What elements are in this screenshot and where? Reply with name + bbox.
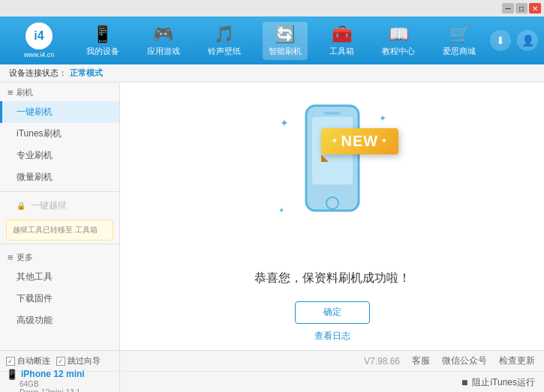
nav-item-app-game[interactable]: 🎮 应用游戏 [141,22,186,60]
ribbon-tail [321,154,329,162]
status-bar: 设备连接状态： 正常模式 [0,64,544,82]
new-badge: ✦ NEW ✦ [321,128,399,154]
shop-icon: 🛒 [449,25,470,44]
phone-svg [265,91,400,256]
sidebar-item-micro-flash[interactable]: 微量刷机 [0,166,119,188]
jailbreak-section-title: 🔒 一键越狱 [0,195,119,217]
bottom-section: ✓ 自动断连 ✓ 跳过向导 V7.98.66 客服 微信公众号 检查更新 [0,350,544,392]
sidebar-item-other-tools[interactable]: 其他工具 [0,266,119,288]
app-game-icon: 🎮 [153,25,173,44]
nav-item-ringtone[interactable]: 🎵 铃声壁纸 [202,22,247,60]
bottom-row2: 📱 iPhone 12 mini 64GB Down-12mini-13,1 ⏹… [0,372,544,392]
svg-rect-3 [324,112,341,115]
wechat-link[interactable]: 微信公众号 [442,355,487,367]
toolbox-icon: 🧰 [332,25,352,44]
title-bar: ─ □ ✕ [0,0,544,16]
logo-area: i4 www.i4.cn [6,22,72,58]
stop-itunes-icon: ⏹ [461,378,469,387]
nav-right: ⬇ 👤 [490,30,538,51]
device-icon: 📱 [6,369,18,380]
sidebar-divider-1 [0,191,119,192]
bottom-stop-itunes: ⏹ 阻止iTunes运行 [120,376,544,389]
sidebar-item-itunes-flash[interactable]: iTunes刷机 [0,123,119,145]
jailbreak-note: 越狱工具已转移至 工具箱 [6,220,113,241]
bottom-right-links: V7.98.66 客服 微信公众号 检查更新 [120,355,544,367]
success-text: 恭喜您，保资料刷机成功啦！ [254,271,410,286]
logo-icon[interactable]: i4 [26,22,53,49]
skip-wizard-check-icon: ✓ [56,357,65,366]
smart-flash-icon: 🔄 [275,25,295,44]
phone-illustration: ✦ ✦ ✦ ✦ NEW [265,91,400,256]
status-label: 设备连接状态： [9,67,67,79]
nav-item-smart-flash[interactable]: 🔄 智能刷机 [263,22,308,60]
device-storage: 64GB [20,380,39,388]
sidebar-divider-2 [0,244,119,244]
tutorial-icon: 📖 [389,25,409,44]
more-section-icon: ≡ [8,252,14,263]
confirm-button[interactable]: 确定 [295,301,370,324]
ringtone-icon: 🎵 [214,25,234,44]
more-section-title: ≡ 更多 [0,247,119,266]
sidebar: ≡ 刷机 一键刷机 iTunes刷机 专业刷机 微量刷机 🔒 一键越狱 越狱工具… [0,82,120,350]
download-button[interactable]: ⬇ [490,30,511,51]
stop-itunes-button[interactable]: ⏹ 阻止iTunes运行 [461,376,535,389]
main-area: ≡ 刷机 一键刷机 iTunes刷机 专业刷机 微量刷机 🔒 一键越狱 越狱工具… [0,82,544,350]
sidebar-item-one-click-flash[interactable]: 一键刷机 [0,101,119,123]
app-window: ─ □ ✕ i4 www.i4.cn 📱 我的设备 🎮 应用游戏 🎵 铃声壁纸 [0,0,544,392]
nav-items: 📱 我的设备 🎮 应用游戏 🎵 铃声壁纸 🔄 智能刷机 🧰 工具箱 📖 [72,22,490,60]
flash-section-icon: ≡ [8,87,14,98]
history-link[interactable]: 查看日志 [314,330,350,343]
update-link[interactable]: 检查更新 [499,355,535,367]
maximize-button[interactable]: □ [515,3,527,13]
logo-text: www.i4.cn [24,51,55,58]
nav-item-toolbox[interactable]: 🧰 工具箱 [323,22,360,60]
device-ios: Down-12mini-13,1 [20,388,80,393]
sidebar-item-advanced[interactable]: 高级功能 [0,310,119,331]
top-nav: i4 www.i4.cn 📱 我的设备 🎮 应用游戏 🎵 铃声壁纸 🔄 智能刷机 [0,16,544,64]
device-name: iPhone 12 mini [21,369,85,379]
user-button[interactable]: 👤 [517,30,538,51]
skip-wizard-checkbox[interactable]: ✓ 跳过向导 [56,355,101,367]
svg-point-2 [326,197,338,209]
support-link[interactable]: 客服 [412,355,430,367]
my-device-icon: 📱 [92,25,113,44]
flash-section-title: ≡ 刷机 [0,82,119,101]
nav-item-my-device[interactable]: 📱 我的设备 [80,22,125,60]
close-button[interactable]: ✕ [529,3,541,13]
minimize-button[interactable]: ─ [502,3,514,13]
version-text: V7.98.66 [364,356,400,367]
nav-item-shop[interactable]: 🛒 爱思商城 [437,22,482,60]
auto-disconnect-check-icon: ✓ [6,357,15,366]
content-area: ✦ ✦ ✦ ✦ NEW [120,82,544,350]
sidebar-item-download-firmware[interactable]: 下载固件 [0,288,119,310]
sidebar-item-pro-flash[interactable]: 专业刷机 [0,145,119,166]
nav-item-tutorial[interactable]: 📖 教程中心 [376,22,421,60]
auto-disconnect-checkbox[interactable]: ✓ 自动断连 [6,355,50,367]
status-value: 正常模式 [70,67,103,79]
bottom-device-section: 📱 iPhone 12 mini 64GB Down-12mini-13,1 [0,372,120,392]
